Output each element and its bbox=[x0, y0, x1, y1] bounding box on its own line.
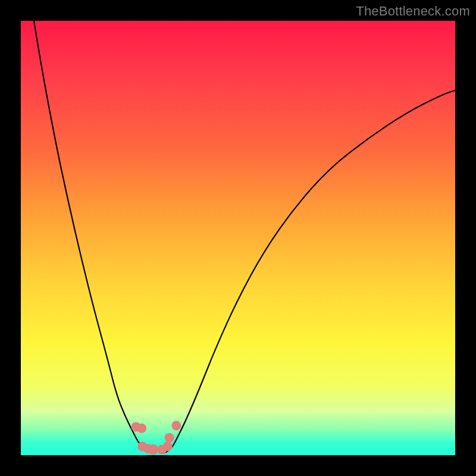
curve-marker bbox=[143, 444, 153, 453]
curve-marker bbox=[165, 433, 174, 443]
curve-marker bbox=[157, 444, 167, 454]
curve-marker bbox=[137, 441, 147, 451]
chart-frame: TheBottleneck.com bbox=[0, 0, 476, 476]
right-curve bbox=[164, 90, 455, 453]
curve-marker bbox=[171, 421, 181, 430]
curve-marker bbox=[163, 441, 173, 451]
curve-layer bbox=[21, 21, 455, 455]
curve-marker bbox=[137, 424, 146, 433]
left-curve bbox=[34, 21, 151, 453]
curve-markers bbox=[131, 421, 181, 455]
watermark-text: TheBottleneck.com bbox=[356, 4, 470, 19]
plot-area bbox=[21, 21, 455, 455]
curve-marker bbox=[131, 422, 140, 432]
curve-marker bbox=[148, 444, 159, 455]
